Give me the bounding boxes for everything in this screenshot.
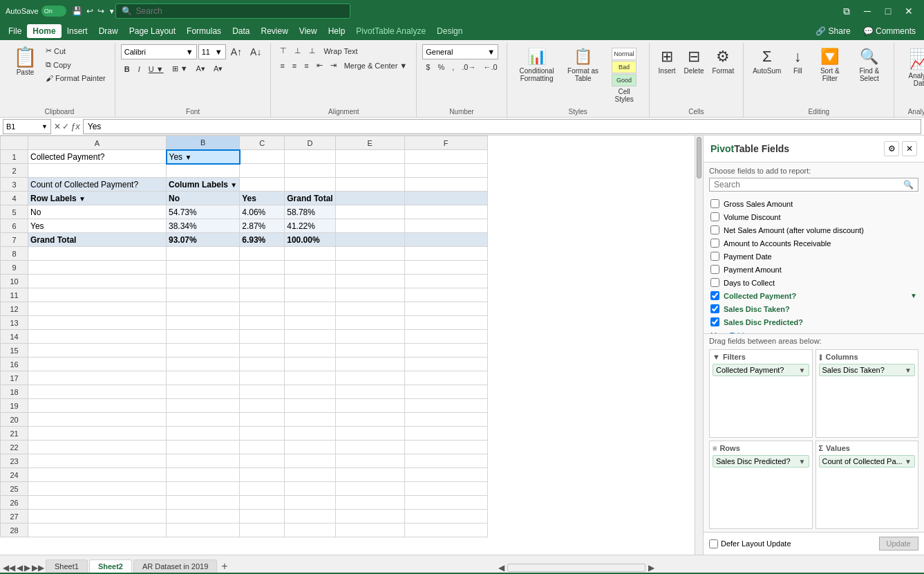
cell-F21[interactable] bbox=[404, 427, 487, 441]
cell-C26[interactable] bbox=[240, 496, 285, 510]
cell-D27[interactable] bbox=[285, 510, 335, 524]
cell-B11[interactable] bbox=[167, 288, 240, 302]
cell-F7[interactable] bbox=[404, 233, 487, 247]
col-header-F[interactable]: F bbox=[404, 136, 487, 150]
pivot-search-input[interactable] bbox=[714, 180, 901, 189]
cell-A11[interactable] bbox=[28, 288, 167, 302]
format-as-table-button[interactable]: 📋 Format as Table bbox=[563, 44, 604, 86]
nav-last-icon[interactable]: ▶▶ bbox=[32, 563, 44, 573]
share-button[interactable]: 🔗 Share bbox=[810, 24, 856, 38]
cell-C11[interactable] bbox=[240, 288, 285, 302]
cell-E17[interactable] bbox=[335, 371, 404, 385]
pivot-values-zone[interactable]: Σ Values Count of Collected Pa... ▼ bbox=[815, 441, 919, 529]
insert-cells-button[interactable]: ⊞ Insert bbox=[655, 44, 679, 78]
cancel-formula-icon[interactable]: ✕ bbox=[54, 122, 61, 131]
cell-F25[interactable] bbox=[404, 482, 487, 496]
cell-B7[interactable]: 93.07% bbox=[167, 233, 240, 247]
cell-F22[interactable] bbox=[404, 441, 487, 454]
cell-F23[interactable] bbox=[404, 454, 487, 468]
accounting-format-button[interactable]: $ bbox=[422, 61, 433, 73]
cell-E15[interactable] bbox=[335, 344, 404, 358]
indent-increase-button[interactable]: ⇥ bbox=[327, 59, 340, 72]
cell-F3[interactable] bbox=[404, 178, 487, 192]
font-size-box[interactable]: 11 ▼ bbox=[198, 44, 226, 59]
cell-D11[interactable] bbox=[285, 288, 335, 302]
cut-button[interactable]: ✂ Cut bbox=[42, 44, 109, 57]
col-header-D[interactable]: D bbox=[285, 136, 335, 150]
menu-file[interactable]: File bbox=[3, 24, 27, 38]
cell-E8[interactable] bbox=[335, 247, 404, 261]
maximize-button[interactable]: □ bbox=[878, 4, 898, 18]
pivot-rows-zone[interactable]: ≡ Rows Sales Disc Predicted? ▼ bbox=[709, 441, 813, 529]
cell-B9[interactable] bbox=[167, 261, 240, 275]
col-header-C[interactable]: C bbox=[240, 136, 285, 150]
cell-B24[interactable] bbox=[167, 468, 240, 482]
cell-B26[interactable] bbox=[167, 496, 240, 510]
cell-A8[interactable] bbox=[28, 247, 167, 261]
menu-insert[interactable]: Insert bbox=[62, 24, 93, 38]
cell-A15[interactable] bbox=[28, 344, 167, 358]
cell-D15[interactable] bbox=[285, 344, 335, 358]
cell-B17[interactable] bbox=[167, 371, 240, 385]
cell-A3[interactable]: Count of Collected Payment? bbox=[28, 178, 167, 192]
pivot-field-3[interactable]: Amount to Accounts Receivable bbox=[709, 237, 918, 250]
comma-style-button[interactable]: , bbox=[449, 61, 458, 73]
pivot-field-checkbox-3[interactable] bbox=[710, 239, 719, 248]
cell-E20[interactable] bbox=[335, 413, 404, 427]
cell-D20[interactable] bbox=[285, 413, 335, 427]
font-shrink-button[interactable]: A↓ bbox=[247, 44, 265, 59]
cell-E4[interactable] bbox=[335, 192, 404, 205]
pivot-field-7[interactable]: Collected Payment?▼ bbox=[709, 289, 918, 302]
cell-F6[interactable] bbox=[404, 219, 487, 233]
cell-D16[interactable] bbox=[285, 358, 335, 371]
cell-B1[interactable]: Yes ▼ bbox=[167, 150, 240, 164]
cell-D4[interactable]: Grand Total bbox=[285, 192, 335, 205]
border-button[interactable]: ⊞ ▼ bbox=[169, 62, 191, 75]
cell-C22[interactable] bbox=[240, 441, 285, 454]
cell-F16[interactable] bbox=[404, 358, 487, 371]
percent-button[interactable]: % bbox=[434, 61, 448, 73]
format-painter-button[interactable]: 🖌 Format Painter bbox=[42, 72, 109, 84]
align-center-button[interactable]: ≡ bbox=[289, 59, 300, 72]
cell-A25[interactable] bbox=[28, 482, 167, 496]
cell-C27[interactable] bbox=[240, 510, 285, 524]
cell-D13[interactable] bbox=[285, 316, 335, 330]
pivot-field-checkbox-2[interactable] bbox=[710, 225, 719, 234]
cell-A5[interactable]: No bbox=[28, 205, 167, 219]
cell-A13[interactable] bbox=[28, 316, 167, 330]
cell-B15[interactable] bbox=[167, 344, 240, 358]
cell-styles-button[interactable]: Normal Bad Good Cell Styles bbox=[605, 44, 643, 107]
cell-A24[interactable] bbox=[28, 468, 167, 482]
cell-E24[interactable] bbox=[335, 468, 404, 482]
cell-C21[interactable] bbox=[240, 427, 285, 441]
cell-B4[interactable]: No bbox=[167, 192, 240, 205]
search-box[interactable]: 🔍 bbox=[115, 3, 350, 19]
cell-C1[interactable] bbox=[240, 150, 285, 164]
cell-A2[interactable] bbox=[28, 164, 167, 178]
cell-C17[interactable] bbox=[240, 371, 285, 385]
pivot-filters-zone[interactable]: ▼ Filters Collected Payment? ▼ bbox=[709, 349, 813, 438]
pivot-columns-zone[interactable]: ⫿ Columns Sales Disc Taken? ▼ bbox=[815, 349, 919, 438]
menu-page-layout[interactable]: Page Layout bbox=[124, 24, 181, 38]
cell-E2[interactable] bbox=[335, 164, 404, 178]
fill-button[interactable]: ↓ Fill bbox=[786, 44, 809, 78]
cell-D7[interactable]: 100.00% bbox=[285, 233, 335, 247]
find-select-button[interactable]: 🔍 Find & Select bbox=[850, 44, 888, 86]
cell-C12[interactable] bbox=[240, 302, 285, 316]
cell-F14[interactable] bbox=[404, 330, 487, 344]
cell-A18[interactable] bbox=[28, 385, 167, 399]
italic-button[interactable]: I bbox=[135, 63, 144, 75]
merge-center-button[interactable]: Merge & Center ▼ bbox=[341, 59, 411, 72]
cell-E27[interactable] bbox=[335, 510, 404, 524]
underline-button[interactable]: U ▼ bbox=[145, 63, 167, 75]
cell-E7[interactable] bbox=[335, 233, 404, 247]
cell-F1[interactable] bbox=[404, 150, 487, 164]
cell-A9[interactable] bbox=[28, 261, 167, 275]
cell-E26[interactable] bbox=[335, 496, 404, 510]
cell-E19[interactable] bbox=[335, 399, 404, 413]
pivot-field-0[interactable]: Gross Sales Amount bbox=[709, 197, 918, 210]
cell-F11[interactable] bbox=[404, 288, 487, 302]
cell-D21[interactable] bbox=[285, 427, 335, 441]
pivot-settings-button[interactable]: ⚙ bbox=[884, 141, 899, 156]
menu-design[interactable]: Design bbox=[431, 24, 468, 38]
